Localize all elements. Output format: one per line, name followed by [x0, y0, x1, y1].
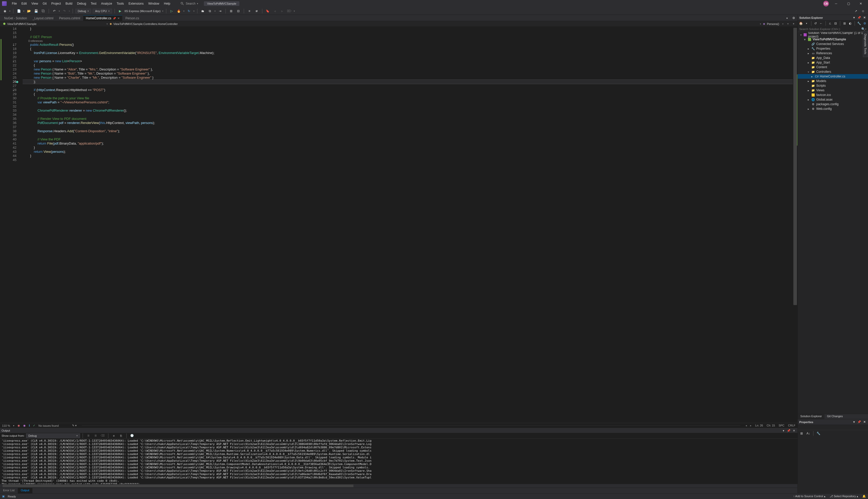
tree-node-16[interactable]: ▸⚙Web.config [798, 107, 868, 111]
tree-node-11[interactable]: 📁Scripts [798, 83, 868, 88]
close-button[interactable]: ✕ [856, 0, 866, 7]
open-button[interactable]: 📂 [26, 8, 32, 14]
output-next-button[interactable]: ≣ [93, 433, 98, 439]
save-all-button[interactable]: ⿻ [40, 8, 46, 14]
doc-tab-1[interactable]: _Layout.cshtml [30, 15, 56, 21]
se-collapse-button[interactable]: ⊟ [833, 21, 838, 26]
zoom-dropdown[interactable]: ▾ [13, 424, 14, 427]
menu-test[interactable]: Test [89, 1, 98, 7]
feedback-button[interactable]: ☺ [860, 8, 866, 14]
bc-class[interactable]: ▾ ◆ ViewToPdfMVCSample.Controllers.HomeC… [105, 22, 179, 26]
se-settings-button[interactable]: ⚙ [862, 21, 867, 26]
tree-node-12[interactable]: ▸📁Views [798, 88, 868, 93]
props-dropdown-button[interactable]: ▾ [852, 420, 856, 424]
split-editor-button[interactable]: ÷ [785, 21, 791, 27]
new-project-button[interactable]: 📄 [16, 8, 22, 14]
line-indicator[interactable]: Ln: 26 [755, 424, 763, 427]
tb-btn-2[interactable]: ⇥ [217, 8, 223, 14]
search-box[interactable]: Search ▾ [180, 2, 198, 5]
tree-node-9[interactable]: ▸C#HomeController.cs [798, 74, 868, 79]
se-home-button[interactable]: 🏠 [799, 21, 804, 26]
refresh-button[interactable]: ↻ [186, 8, 192, 14]
tree-node-13[interactable]: 🟨favicon.ico [798, 93, 868, 97]
output-source-dropdown[interactable]: Debug▾ [26, 434, 80, 438]
col-indicator[interactable]: Ch: 15 [766, 424, 775, 427]
tabs-settings-button[interactable]: ⚙ [791, 15, 796, 21]
se-filter-button[interactable]: ⎌ [828, 21, 832, 26]
indent-indicator[interactable]: SPC [779, 424, 785, 427]
menu-tools[interactable]: Tools [115, 1, 126, 7]
minimize-button[interactable]: ─ [831, 0, 841, 7]
menu-git[interactable]: Git [41, 1, 49, 7]
code-editor[interactable]: 14151617⌄18192021⌄22232425◆262728⌄293031… [0, 27, 797, 423]
doc-tab-0[interactable]: NuGet - Solution [2, 15, 29, 21]
prev-bookmark-button[interactable]: ◃ [272, 8, 278, 14]
warning-indicator-icon[interactable]: ◉ [23, 424, 26, 427]
tree-node-7[interactable]: 📁Content [798, 65, 868, 70]
tree-node-6[interactable]: ▸📁App_Start [798, 60, 868, 65]
project-badge[interactable]: ViewToPdfMVCSample [204, 1, 239, 6]
hot-reload-button[interactable]: 🔥 [176, 8, 182, 14]
browser-link-button[interactable]: 🖿 [200, 8, 206, 14]
output-hscrollbar[interactable] [0, 484, 797, 488]
editor-vscrollbar[interactable] [793, 27, 797, 423]
se-search[interactable]: 🔍 ▾ [798, 26, 868, 32]
maximize-button[interactable]: ▢ [843, 0, 854, 7]
menu-project[interactable]: Project [49, 1, 63, 7]
doc-tab-3[interactable]: HomeController.cs📌✕ [83, 15, 122, 21]
user-avatar[interactable]: CB [823, 1, 829, 7]
next-bookmark-button[interactable]: ▹ [279, 8, 285, 14]
bookmark-button[interactable]: 🔖 [265, 8, 271, 14]
menu-file[interactable]: File [10, 1, 19, 7]
eol-indicator[interactable]: CRLF [788, 424, 795, 427]
save-button[interactable]: 💾 [33, 8, 39, 14]
uncomment-button[interactable]: ≢ [254, 8, 260, 14]
se-tab-solution-explorer[interactable]: Solution Explorer [798, 414, 824, 419]
menu-build[interactable]: Build [63, 1, 75, 7]
tree-node-3[interactable]: ▸🔧Properties [798, 46, 868, 51]
output-copy-button[interactable]: ⎘ [118, 433, 124, 439]
bc-project[interactable]: ⬢ ViewToPdfMVCSample [1, 22, 38, 26]
menu-analyze[interactable]: Analyze [99, 1, 114, 7]
se-switch-view-button[interactable]: ▾ [805, 21, 809, 26]
doc-tab-2[interactable]: Persons.cshtml [56, 15, 83, 21]
add-source-control[interactable]: ↑ Add to Source Control ▴ [793, 495, 825, 498]
hscroll-right-button[interactable]: ▸ [750, 424, 752, 427]
config-dropdown[interactable]: Debug▾ [75, 9, 91, 13]
tree-node-10[interactable]: ▸📁Models [798, 79, 868, 83]
tb-btn-1[interactable]: ⧉ [207, 8, 213, 14]
comment-button[interactable]: ≡ [247, 8, 252, 14]
doc-tab-4[interactable]: Person.cs [123, 15, 142, 21]
hscroll-left-button[interactable]: ◂ [746, 424, 747, 427]
bottom-tab-error-list[interactable]: Error List [0, 488, 18, 493]
output-prev-button[interactable]: ≣ [85, 433, 91, 439]
se-sync-button[interactable]: ↺ [813, 21, 818, 26]
tb-btn-4[interactable]: ⊟ [236, 8, 241, 14]
menu-view[interactable]: View [29, 1, 40, 7]
tree-node-5[interactable]: 📁App_Data [798, 56, 868, 60]
zoom-level[interactable]: 110 % [2, 424, 10, 427]
se-preview-button[interactable]: ◐ [848, 21, 853, 26]
props-categorized-button[interactable]: ⊞ [799, 430, 805, 436]
tree-node-2[interactable]: 🔗Connected Services [798, 42, 868, 46]
tree-node-0[interactable]: ▿🟪Solution 'ViewToPdfMVCSample' (1 of 1 … [798, 33, 868, 37]
tree-node-4[interactable]: ▸▭References [798, 51, 868, 56]
output-pin-button[interactable]: 📌 [787, 428, 791, 433]
props-alpha-button[interactable]: A↓ [806, 430, 811, 436]
menu-edit[interactable]: Edit [19, 1, 29, 7]
select-repository[interactable]: ⎇ Select Repository ▴ [830, 495, 858, 498]
bc-expand-button[interactable]: + [791, 21, 796, 27]
output-wordwrap-button[interactable]: ≡ [111, 433, 117, 439]
back-button[interactable]: ◉ [2, 8, 8, 14]
start-without-debug-button[interactable]: ▷ [169, 8, 175, 14]
redo-button[interactable]: ↷ [61, 8, 67, 14]
health-indicator[interactable]: ✎ ▾ [72, 424, 77, 427]
output-close-button[interactable]: ✕ [792, 428, 796, 433]
solution-tree[interactable]: ▿🟪Solution 'ViewToPdfMVCSample' (1 of 1 … [798, 32, 868, 414]
menu-extensions[interactable]: Extensions [127, 1, 146, 7]
se-tab-git-changes[interactable]: Git Changes [824, 414, 845, 419]
se-back-button[interactable]: ← [819, 21, 823, 26]
tabs-dropdown-button[interactable]: ▾ [784, 15, 790, 21]
se-show-all-button[interactable]: ⊞ [842, 21, 847, 26]
output-dropdown-button[interactable]: ▾ [782, 428, 786, 433]
